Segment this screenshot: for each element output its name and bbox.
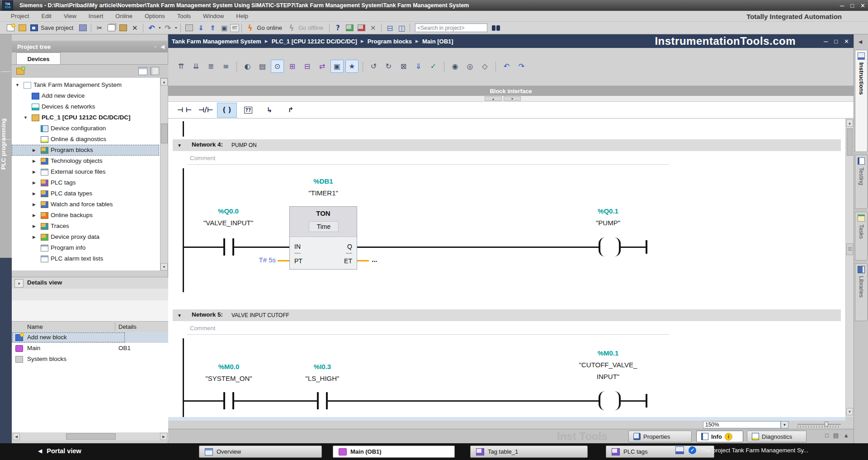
portal-view-button[interactable]: ◀ Portal view [38,447,81,455]
tab-devices[interactable]: Devices [16,52,61,65]
tree-item-label[interactable]: Device configuration [51,125,106,132]
contact1-address[interactable]: %M0.0 [195,363,263,370]
tree-view-grid-icon[interactable] [138,67,147,75]
et-value[interactable]: ... [372,256,377,263]
tree-item-plc-tags[interactable]: ▶ PLC tags [12,177,159,188]
taskbar-main-ob1-button[interactable]: Main (OB1) [333,446,455,458]
tab-testing[interactable]: Testing [855,155,868,209]
expander-icon[interactable]: ▼ [24,115,28,120]
details-row-label[interactable]: Add new block [27,334,67,341]
tree-item-plc-data-types[interactable]: ▶ PLC data types [12,188,159,199]
tree-item-plc1[interactable]: ▼ PLC_1 [CPU 1212C DC/DC/DC] [12,112,159,123]
editor-maximize-icon[interactable]: □ [834,38,838,45]
editor-scrollbar[interactable]: ▲ ▼ [845,119,854,417]
tab-libraries[interactable]: Libraries [855,263,868,321]
tree-item-external-source-files[interactable]: ▶ External source files [12,166,159,177]
breadcrumb-program-blocks[interactable]: Program blocks [368,38,412,45]
ton-subtype-label[interactable]: Time [309,221,339,232]
expander-icon[interactable]: ▶ [33,191,36,196]
coil-tag-line2[interactable]: INPUT" [574,373,642,380]
menu-insert[interactable]: Insert [89,13,104,19]
tree-item-label[interactable]: PLC_1 [CPU 1212C DC/DC/DC] [42,114,131,121]
scroll-thumb[interactable] [66,433,116,440]
tree-item-label[interactable]: Traces [51,223,69,229]
contact1-tag[interactable]: "SYSTEM_ON" [195,375,263,382]
new-project-icon[interactable] [5,23,16,33]
network5-title[interactable]: VALVE INPUT CUTOFF [231,312,289,318]
zoom-slider[interactable] [797,424,841,425]
contact-symbol[interactable] [223,238,225,256]
taskbar-overview-button[interactable]: Overview [199,446,322,458]
split-horizontal-icon[interactable]: ⊟ [384,23,396,33]
menu-project[interactable]: Project [11,13,29,19]
network-collapse-icon[interactable]: ▼ [177,143,182,148]
menu-view[interactable]: View [64,13,76,19]
coil-symbol[interactable] [599,237,606,256]
print-icon[interactable] [77,23,89,33]
modify-operand-icon[interactable]: ◇ [478,60,491,73]
scroll-down-icon[interactable]: ▼ [846,408,853,415]
zoom-slider-thumb[interactable] [825,422,828,427]
contact2-tag[interactable]: "LS_HIGH" [288,375,356,382]
column-details[interactable]: Details [118,323,137,330]
tree-scrollbar[interactable]: ▲ ▼ [160,78,168,270]
close-icon[interactable]: ✕ [860,2,865,9]
scroll-up-icon[interactable]: ▲ [160,78,168,85]
menu-help[interactable]: Help [236,13,248,19]
network-collapse-icon[interactable]: ▼ [177,313,182,318]
tree-item-label[interactable]: Online backups [51,212,93,218]
go-online-icon[interactable]: ϟ [244,23,256,33]
breadcrumb-project[interactable]: Tank Farm Management System [172,38,261,45]
block-interface-bar[interactable]: Block interface [168,86,854,96]
contact-tag[interactable]: "VALVE_INPUT" [194,219,262,227]
menu-online[interactable]: Online [115,13,132,19]
delete-icon[interactable]: ✕ [129,23,141,33]
zoom-select[interactable]: 150% [703,421,781,428]
tree-item-label[interactable]: Device proxy data [51,233,99,240]
network-comments-toggle-icon[interactable]: ⊙ [271,60,284,73]
interface-collapse-icon[interactable]: ▼ [504,96,521,101]
monitor-all-icon[interactable]: ◉ [448,60,462,73]
collapse-right-panel-icon[interactable]: ◀ [857,38,864,45]
tree-item-program-blocks[interactable]: ▶ Program blocks [12,145,159,156]
coil-icon[interactable]: ( ) [217,103,237,118]
coil-symbol[interactable] [599,391,606,410]
details-view-header[interactable]: ▾ Details view [12,277,168,289]
details-row-label[interactable]: System blocks [27,356,66,362]
tree-item-plc-alarm-text-lists[interactable]: PLC alarm text lists [12,253,159,264]
restore-window-icon[interactable]: ✕ [367,23,379,33]
expander-icon[interactable]: ▶ [33,180,36,185]
pt-value[interactable]: T# 5s [243,256,276,264]
ton-type-label[interactable]: TON [290,209,357,217]
stop-cpu-icon[interactable] [355,23,367,33]
start-simulation-icon[interactable]: ▣ [218,23,230,33]
column-name[interactable]: Name [27,323,43,330]
coil-tag-line1[interactable]: "CUTOFF_VALVE_ [574,361,642,369]
expander-icon[interactable]: ▶ [33,170,36,174]
tab-properties[interactable]: Properties [628,431,692,442]
tree-item-label[interactable]: Technology objects [51,157,103,164]
previous-jump-icon[interactable]: ↶ [500,60,513,73]
expander-icon[interactable]: ▶ [33,235,36,239]
tree-item-device-configuration[interactable]: Device configuration [12,123,159,134]
scroll-left-icon[interactable]: ◀ [13,433,20,440]
no-contact-icon[interactable]: ⊣ ⊢ [175,103,194,118]
save-project-icon[interactable] [28,23,40,33]
expander-icon[interactable]: ▶ [33,148,36,152]
go-online-button[interactable]: Go online [257,24,282,31]
scroll-right-icon[interactable]: ▶ [160,433,167,440]
tree-item-label[interactable]: External source files [51,168,106,175]
tree-view-list-icon[interactable] [150,67,159,75]
go-offline-icon[interactable]: ϟ [286,23,297,33]
expander-icon[interactable]: ▼ [15,83,19,87]
tree-item-label[interactable]: Program info [51,244,85,251]
details-collapse-icon[interactable]: ▾ [14,279,24,288]
tree-item-label[interactable]: Tank Farm Management System [33,81,122,88]
undo-dropdown-icon[interactable]: ▾ [157,23,162,33]
upload-from-device-icon[interactable]: ⇑ [207,23,218,33]
tab-tasks[interactable]: Tasks [855,212,868,261]
scroll-thumb[interactable] [161,123,168,143]
tree-item-online-backups[interactable]: ▶ Online backups [12,210,159,221]
tree-item-watch-force-tables[interactable]: ▶ Watch and force tables [12,199,159,210]
network4-title[interactable]: PUMP ON [231,142,257,148]
